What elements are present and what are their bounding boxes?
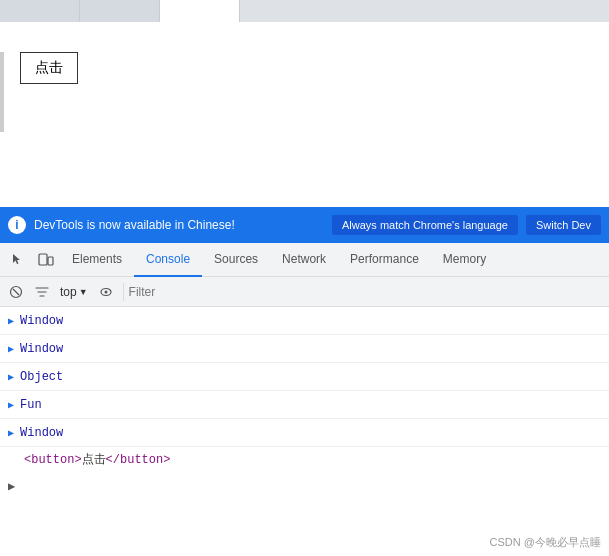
console-class-label-3: Object	[20, 370, 63, 384]
dropdown-arrow-icon: ▼	[79, 287, 88, 297]
expand-arrow-1[interactable]: ▶	[8, 315, 14, 327]
tab-memory[interactable]: Memory	[431, 243, 498, 277]
console-code-line: <button>点击</button>	[0, 447, 609, 472]
browser-tabs	[0, 0, 240, 22]
code-content: 点击	[82, 451, 106, 468]
demo-button[interactable]: 点击	[20, 52, 78, 84]
eye-icon[interactable]	[94, 280, 118, 304]
devtools-notification-bar: i DevTools is now available in Chinese! …	[0, 207, 609, 243]
code-tag-close: </button>	[106, 453, 171, 467]
context-dropdown[interactable]: top ▼	[56, 283, 92, 301]
console-class-label-5: Window	[20, 426, 63, 440]
inspect-element-icon[interactable]	[4, 246, 32, 274]
clear-console-icon[interactable]	[4, 280, 28, 304]
tab-elements[interactable]: Elements	[60, 243, 134, 277]
console-item-fun[interactable]: ▶ Fun	[0, 391, 609, 419]
console-input-row[interactable]: ▶	[0, 472, 609, 500]
match-language-button[interactable]: Always match Chrome's language	[332, 215, 518, 235]
filter-input[interactable]	[129, 285, 279, 299]
expand-arrow-4[interactable]: ▶	[8, 399, 14, 411]
context-top-label: top	[60, 285, 77, 299]
expand-arrow-2[interactable]: ▶	[8, 343, 14, 355]
console-prompt-icon: ▶	[8, 479, 15, 494]
filter-icon[interactable]	[30, 280, 54, 304]
browser-tab-3[interactable]	[160, 0, 240, 22]
svg-rect-1	[48, 257, 53, 265]
devtools-panel: i DevTools is now available in Chinese! …	[0, 207, 609, 556]
tab-console[interactable]: Console	[134, 243, 202, 277]
tab-sources[interactable]: Sources	[202, 243, 270, 277]
console-item-window-3[interactable]: ▶ Window	[0, 419, 609, 447]
tab-performance[interactable]: Performance	[338, 243, 431, 277]
info-icon: i	[8, 216, 26, 234]
browser-tab-1[interactable]	[0, 0, 80, 22]
console-class-label-1: Window	[20, 314, 63, 328]
toolbar-separator	[123, 283, 124, 301]
browser-tab-2[interactable]	[80, 0, 160, 22]
console-toolbar: top ▼	[0, 277, 609, 307]
expand-arrow-3[interactable]: ▶	[8, 371, 14, 383]
svg-point-5	[104, 290, 107, 293]
device-toggle-icon[interactable]	[32, 246, 60, 274]
browser-chrome	[0, 0, 609, 22]
console-item-window-1[interactable]: ▶ Window	[0, 307, 609, 335]
page-content: 点击	[0, 22, 609, 207]
console-output: ▶ Window ▶ Window ▶ Object ▶ Fun ▶ Windo…	[0, 307, 609, 556]
scroll-indicator	[0, 52, 4, 132]
svg-rect-0	[39, 254, 47, 265]
console-item-window-2[interactable]: ▶ Window	[0, 335, 609, 363]
code-tag-open: <button>	[24, 453, 82, 467]
devtools-tab-bar: Elements Console Sources Network Perform…	[0, 243, 609, 277]
notification-text: DevTools is now available in Chinese!	[34, 218, 324, 232]
watermark: CSDN @今晚必早点睡	[490, 535, 601, 550]
console-item-object[interactable]: ▶ Object	[0, 363, 609, 391]
console-class-label-4: Fun	[20, 398, 42, 412]
console-class-label-2: Window	[20, 342, 63, 356]
svg-line-3	[13, 289, 19, 295]
tab-network[interactable]: Network	[270, 243, 338, 277]
expand-arrow-5[interactable]: ▶	[8, 427, 14, 439]
switch-dev-button[interactable]: Switch Dev	[526, 215, 601, 235]
